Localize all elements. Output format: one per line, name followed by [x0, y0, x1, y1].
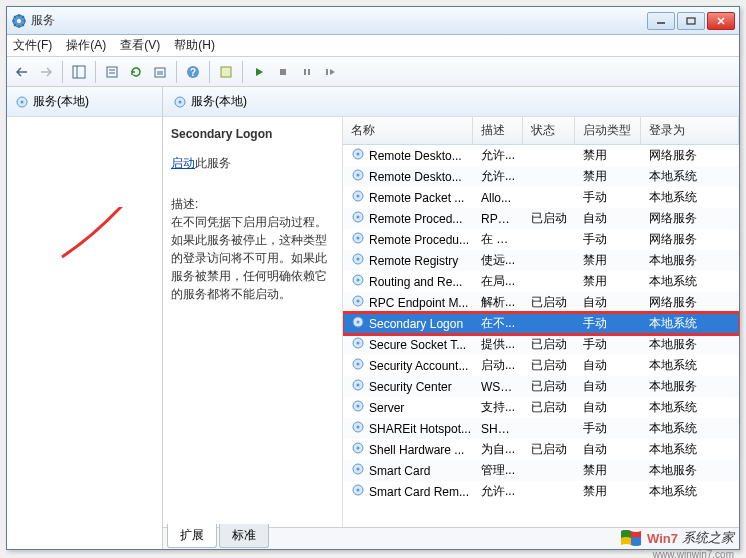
svg-point-24 — [357, 174, 360, 177]
svg-point-1 — [17, 19, 21, 23]
svg-rect-6 — [107, 67, 117, 77]
svg-point-18 — [21, 100, 24, 103]
description-text: 在不同凭据下启用启动过程。如果此服务被停止，这种类型的登录访问将不可用。如果此服… — [171, 213, 334, 303]
services-list: 名称 描述 状态 启动类型 登录为 Remote Deskto...允许...禁… — [343, 117, 739, 527]
service-row[interactable]: Shell Hardware ...为自...已启动自动本地系统 — [343, 439, 739, 460]
gear-icon — [351, 483, 365, 500]
gear-icon — [173, 95, 187, 109]
menu-file[interactable]: 文件(F) — [13, 37, 52, 54]
forward-button[interactable] — [35, 61, 57, 83]
svg-point-40 — [357, 342, 360, 345]
svg-rect-15 — [308, 69, 310, 75]
svg-text:?: ? — [190, 67, 196, 78]
service-row[interactable]: Smart Card管理...禁用本地服务 — [343, 460, 739, 481]
service-row[interactable]: Smart Card Rem...允许...禁用本地系统 — [343, 481, 739, 502]
watermark: Win7 系统之家 www.winwin7.com — [619, 528, 734, 548]
svg-point-42 — [357, 363, 360, 366]
export-button[interactable] — [149, 61, 171, 83]
refresh-button[interactable] — [125, 61, 147, 83]
services-window: 服务 文件(F) 操作(A) 查看(V) 帮助(H) ? — [6, 6, 740, 550]
service-row[interactable]: Security CenterWSC...已启动自动本地服务 — [343, 376, 739, 397]
tab-extended[interactable]: 扩展 — [167, 524, 217, 548]
service-row[interactable]: Security Account...启动...已启动自动本地系统 — [343, 355, 739, 376]
svg-point-44 — [357, 384, 360, 387]
tab-standard[interactable]: 标准 — [219, 524, 269, 548]
gear-icon — [351, 399, 365, 416]
svg-point-48 — [357, 426, 360, 429]
menubar: 文件(F) 操作(A) 查看(V) 帮助(H) — [7, 35, 739, 57]
column-startup-type[interactable]: 启动类型 — [575, 117, 641, 144]
column-name[interactable]: 名称 — [343, 117, 473, 144]
description-label: 描述: — [171, 196, 334, 213]
close-button[interactable] — [707, 12, 735, 30]
service-row[interactable]: Remote Proced...RPC...已启动自动网络服务 — [343, 208, 739, 229]
gear-icon — [351, 189, 365, 206]
titlebar[interactable]: 服务 — [7, 7, 739, 35]
menu-view[interactable]: 查看(V) — [120, 37, 160, 54]
svg-point-36 — [357, 300, 360, 303]
column-logon-as[interactable]: 登录为 — [641, 117, 739, 144]
column-status[interactable]: 状态 — [523, 117, 575, 144]
stop-service-button[interactable] — [272, 61, 294, 83]
svg-rect-14 — [304, 69, 306, 75]
gear-icon — [351, 231, 365, 248]
service-row[interactable]: Remote Procedu...在 W...手动网络服务 — [343, 229, 739, 250]
menu-action[interactable]: 操作(A) — [66, 37, 106, 54]
menu-help[interactable]: 帮助(H) — [174, 37, 215, 54]
detail-pane: Secondary Logon 启动此服务 描述: 在不同凭据下启用启动过程。如… — [163, 117, 343, 527]
left-tree-pane: 服务(本地) — [7, 87, 163, 549]
start-service-button[interactable] — [248, 61, 270, 83]
services-app-icon — [11, 13, 27, 29]
gear-icon — [351, 252, 365, 269]
svg-point-30 — [357, 237, 360, 240]
maximize-button[interactable] — [677, 12, 705, 30]
svg-point-54 — [357, 489, 360, 492]
gear-icon — [351, 273, 365, 290]
selected-service-name: Secondary Logon — [171, 127, 334, 141]
tree-node-services-local[interactable]: 服务(本地) — [7, 87, 162, 117]
right-pane-header: 服务(本地) — [163, 87, 739, 117]
svg-point-50 — [357, 447, 360, 450]
service-row[interactable]: Remote Packet ...Allo...手动本地系统 — [343, 187, 739, 208]
window-title: 服务 — [31, 12, 647, 29]
service-row[interactable]: RPC Endpoint M...解析...已启动自动网络服务 — [343, 292, 739, 313]
gear-icon — [351, 462, 365, 479]
windows-flag-icon — [619, 528, 643, 548]
svg-point-52 — [357, 468, 360, 471]
pause-service-button[interactable] — [296, 61, 318, 83]
column-description[interactable]: 描述 — [473, 117, 523, 144]
svg-point-32 — [357, 258, 360, 261]
service-row[interactable]: Secure Socket T...提供...已启动手动本地服务 — [343, 334, 739, 355]
gear-icon — [351, 441, 365, 458]
svg-point-46 — [357, 405, 360, 408]
start-service-link[interactable]: 启动 — [171, 156, 195, 170]
service-control-button[interactable] — [215, 61, 237, 83]
gear-icon — [351, 336, 365, 353]
svg-point-22 — [357, 153, 360, 156]
svg-rect-16 — [326, 69, 328, 75]
gear-icon — [351, 357, 365, 374]
gear-icon — [351, 420, 365, 437]
gear-icon — [351, 210, 365, 227]
properties-button[interactable] — [101, 61, 123, 83]
gear-icon — [351, 168, 365, 185]
svg-point-28 — [357, 216, 360, 219]
help-button[interactable]: ? — [182, 61, 204, 83]
service-row[interactable]: Server支持...已启动自动本地系统 — [343, 397, 739, 418]
service-row[interactable]: Secondary Logon在不...手动本地系统 — [343, 313, 739, 334]
restart-service-button[interactable] — [320, 61, 342, 83]
gear-icon — [351, 315, 365, 332]
service-row[interactable]: Remote Deskto...允许...禁用网络服务 — [343, 145, 739, 166]
toolbar: ? — [7, 57, 739, 87]
gear-icon — [351, 378, 365, 395]
svg-point-20 — [179, 100, 182, 103]
service-row[interactable]: Routing and Re...在局...禁用本地系统 — [343, 271, 739, 292]
gear-icon — [351, 294, 365, 311]
back-button[interactable] — [11, 61, 33, 83]
svg-point-34 — [357, 279, 360, 282]
show-hide-tree-button[interactable] — [68, 61, 90, 83]
service-row[interactable]: SHAREit Hotspot...SHA...手动本地系统 — [343, 418, 739, 439]
service-row[interactable]: Remote Deskto...允许...禁用本地系统 — [343, 166, 739, 187]
service-row[interactable]: Remote Registry使远...禁用本地服务 — [343, 250, 739, 271]
minimize-button[interactable] — [647, 12, 675, 30]
